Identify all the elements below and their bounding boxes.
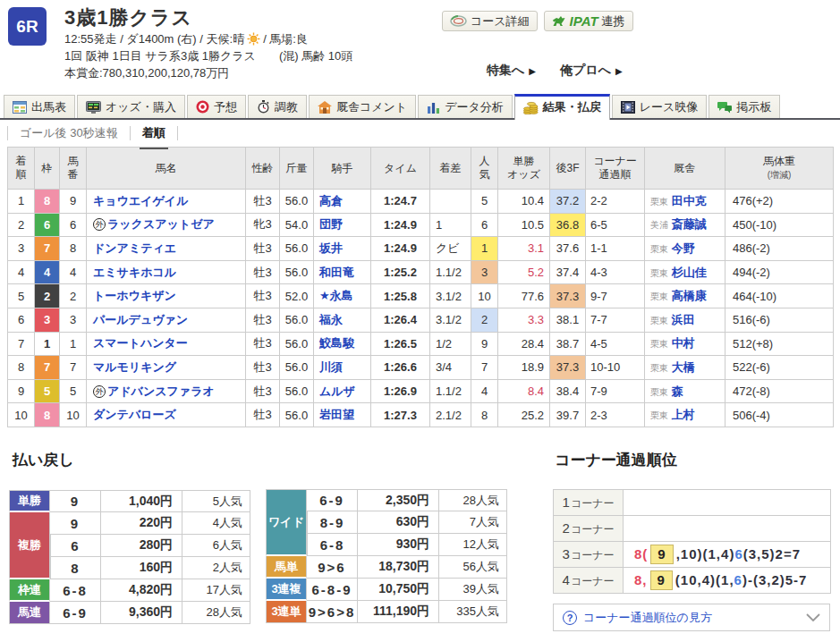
bet-type-tansho: 単勝	[9, 490, 50, 512]
col-last3f: 後3F	[550, 148, 586, 190]
subtab-chakujun[interactable]: 着順	[131, 125, 177, 141]
horse-name-link[interactable]: スマートハンター	[93, 336, 188, 350]
payout-amount: 220円	[101, 512, 182, 535]
trainer-link[interactable]: 浜田	[672, 313, 695, 326]
corner-order-help[interactable]: ? コーナー通過順位の見方	[553, 604, 830, 631]
payout-amount: 930円	[358, 534, 439, 556]
arrow-right-icon: ▶	[615, 66, 623, 76]
arrow-right-icon: ▶	[529, 66, 536, 76]
winning-number: 6-8	[307, 534, 358, 556]
corner-positions: 2-2	[586, 190, 645, 214]
tab-yosou[interactable]: 予想	[187, 95, 246, 118]
finish-position: 7	[8, 332, 35, 356]
col-horse-weight-sub-label: (増減)	[768, 170, 792, 180]
payout-popularity: 2人気	[182, 557, 250, 579]
jockey-link[interactable]: ★永島	[319, 289, 353, 302]
result-row: 1 8 9 キョウエイゲイル 牡3 56.0 高倉 1:24.7 5 10.4 …	[8, 190, 834, 214]
training-center: 栗東	[650, 291, 668, 301]
result-subtabs: ゴール後 30秒速報 着順	[0, 120, 840, 147]
corner-1-label: 1コーナー	[554, 490, 624, 516]
payout-popularity: 28人気	[182, 602, 250, 624]
training-center: 栗東	[650, 268, 668, 278]
col-stable: 厩舎	[645, 148, 725, 190]
orepro-link-label: 俺プロへ	[560, 63, 611, 79]
tab-shutsubahyo[interactable]: 出馬表	[4, 95, 75, 118]
finish-position: 6	[8, 308, 35, 332]
win-odds: 8.4	[498, 379, 550, 403]
stable-cell: 栗東 森	[645, 379, 725, 403]
col-margin: 着差	[430, 148, 471, 190]
winning-number: 8	[50, 557, 101, 579]
payout-row-sanrentan: 3連単 9>6>8 111,190円 335人気	[266, 601, 507, 623]
jockey-link[interactable]: ムルザ	[319, 384, 355, 398]
last-3f-time: 37.3	[550, 356, 586, 380]
jockey-link[interactable]: 高倉	[319, 194, 343, 207]
weight-carried: 56.0	[280, 190, 314, 214]
col-horse-number: 馬 番	[60, 148, 87, 190]
finish-position: 3	[8, 237, 35, 261]
winning-number: 9	[50, 512, 101, 535]
trainer-link[interactable]: 中村	[672, 336, 695, 350]
horse-name-link[interactable]: マルモリキング	[93, 360, 176, 374]
bet-type-umaren: 馬連	[9, 602, 50, 624]
subtab-label: 着順	[142, 126, 165, 139]
trainer-link[interactable]: 杉山佳	[672, 266, 707, 279]
trainer-link[interactable]: 今野	[672, 241, 695, 255]
trainer-link[interactable]: 斎藤誠	[672, 217, 707, 231]
col-finish-order: 着 順	[8, 148, 35, 190]
horse-name-link[interactable]: ラックスアットゼア	[107, 217, 215, 231]
bet-type-fukusho: 複勝	[9, 512, 50, 579]
horse-name-link[interactable]: ドンアミティエ	[93, 241, 176, 255]
tab-chokyo[interactable]: 調教	[248, 95, 307, 118]
course-detail-button[interactable]: コース詳細	[442, 11, 538, 31]
horse-name-link[interactable]: エミサキホコル	[93, 266, 176, 279]
subtab-goal-flash[interactable]: ゴール後 30秒速報	[8, 125, 130, 141]
frame-number-badge: 2	[35, 284, 60, 308]
jockey-link[interactable]: 福永	[319, 313, 343, 326]
horse-name-link[interactable]: キョウエイゲイル	[93, 194, 188, 207]
trainer-link[interactable]: 大橋	[672, 360, 695, 374]
tab-result-payout[interactable]: 結果・払戻	[514, 94, 610, 120]
finish-position: 1	[8, 190, 35, 214]
horse-name-link[interactable]: パールデュヴァン	[93, 313, 188, 326]
orepro-link[interactable]: 俺プロへ▶	[560, 63, 623, 79]
training-center: 栗東	[650, 316, 668, 325]
last-3f-time: 37.6	[550, 237, 586, 261]
feature-link[interactable]: 特集へ▶	[487, 63, 536, 79]
horse-name-cell: 外アドバンスファラオ	[87, 379, 246, 403]
jockey-link[interactable]: 和田竜	[319, 266, 354, 279]
ipat-link-button[interactable]: IPAT 連携	[544, 11, 633, 31]
jockey-link[interactable]: 川須	[319, 360, 343, 374]
horse-name-link[interactable]: アドバンスファラオ	[107, 384, 215, 398]
horse-weight: 522(-6)	[725, 356, 834, 380]
margin: 1/2	[430, 332, 471, 356]
horse-name-link[interactable]: ダンテバローズ	[93, 408, 176, 421]
stable-cell: 栗東 上村	[645, 403, 725, 427]
jockey-link[interactable]: 岩田望	[319, 408, 354, 421]
jockey-link[interactable]: 坂井	[319, 241, 343, 255]
tab-keijiban[interactable]: 掲示板	[708, 95, 780, 118]
stable-cell: 美浦 斎藤誠	[645, 213, 725, 237]
jockey-link[interactable]: 鮫島駿	[319, 336, 354, 350]
horse-name-link[interactable]: トーホウキザン	[93, 289, 176, 302]
last-3f-time: 38.1	[550, 308, 586, 332]
trainer-link[interactable]: 上村	[672, 408, 695, 421]
training-center: 栗東	[650, 363, 668, 373]
corner-positions: 9-7	[586, 284, 645, 308]
subtab-separator	[177, 126, 178, 140]
finish-time: 1:26.5	[371, 332, 430, 356]
prediction-target-icon	[196, 100, 209, 114]
col-win-odds: 単勝 オッズ	[498, 148, 550, 190]
trainer-link[interactable]: 森	[672, 384, 683, 398]
tab-odds-purchase[interactable]: オッズ・購入	[77, 95, 185, 118]
trainer-link[interactable]: 田中克	[672, 194, 707, 207]
margin: 1.1/2	[430, 260, 471, 284]
tab-stable-comment[interactable]: 厩舎コメント	[309, 95, 416, 118]
tab-label: オッズ・購入	[106, 99, 176, 115]
race-title: 3歳1勝クラス	[64, 5, 352, 30]
result-coins-icon	[523, 101, 539, 114]
tab-race-video[interactable]: レース映像	[612, 95, 708, 118]
jockey-link[interactable]: 団野	[319, 217, 343, 231]
trainer-link[interactable]: 高橋康	[672, 289, 707, 302]
tab-data-analysis[interactable]: データ分析	[418, 95, 513, 118]
